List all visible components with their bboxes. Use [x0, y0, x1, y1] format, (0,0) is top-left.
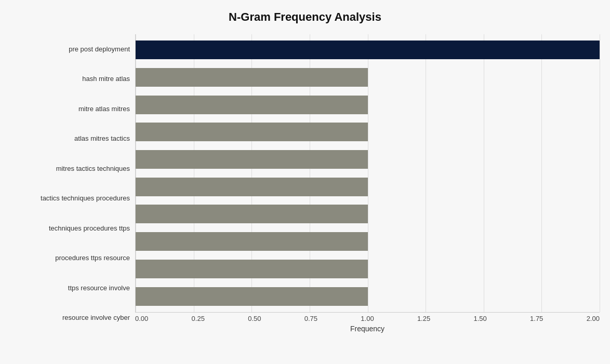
bars-and-x-axis: 0.000.250.500.751.001.251.501.752.00 Fre… [135, 34, 600, 333]
bar [136, 41, 600, 59]
chart-area: pre post deploymenthash mitre atlasmitre… [10, 34, 600, 333]
y-label: hash mitre atlas [10, 72, 130, 86]
y-label: pre post deployment [10, 42, 130, 57]
x-tick-label: 2.00 [587, 315, 600, 322]
bar-rows [136, 34, 600, 312]
bar-row [136, 38, 600, 61]
x-ticks: 0.000.250.500.751.001.251.501.752.00 [135, 315, 600, 322]
x-tick-label: 0.00 [135, 315, 148, 322]
chart-title: N-Gram Frequency Analysis [229, 10, 381, 24]
y-label: mitres tactics techniques [10, 161, 130, 176]
x-tick-label: 0.50 [248, 315, 261, 322]
bar [136, 232, 368, 251]
bar-row [136, 120, 600, 143]
grid-line [600, 34, 600, 312]
y-label: procedures ttps resource [10, 251, 130, 265]
y-label: atlas mitres tactics [10, 131, 130, 146]
bar-row [136, 148, 600, 171]
x-tick-label: 0.75 [304, 315, 317, 322]
x-tick-label: 1.75 [530, 315, 543, 322]
bar [136, 123, 368, 141]
bar [136, 150, 368, 169]
bar-row [136, 258, 600, 280]
x-tick-label: 0.25 [192, 315, 205, 322]
y-label: mitre atlas mitres [10, 102, 130, 116]
bars-wrapper [135, 34, 600, 313]
y-label: resource involve cyber [10, 311, 130, 325]
bar-row [136, 66, 600, 89]
x-axis-label: Frequency [135, 325, 600, 333]
bar-row [136, 203, 600, 225]
x-tick-label: 1.00 [361, 315, 374, 322]
bar [136, 178, 368, 196]
y-label: ttps resource involve [10, 281, 130, 295]
x-axis: 0.000.250.500.751.001.251.501.752.00 Fre… [135, 315, 600, 333]
bar-row [136, 230, 600, 253]
x-tick-label: 1.50 [473, 315, 486, 322]
bar-row [136, 176, 600, 198]
bar [136, 96, 368, 114]
bar-row [136, 93, 600, 116]
chart-container: N-Gram Frequency Analysis pre post deplo… [0, 0, 610, 364]
bar-row [136, 285, 600, 308]
bar [136, 287, 368, 306]
bar [136, 260, 368, 278]
y-axis-labels: pre post deploymenthash mitre atlasmitre… [10, 34, 135, 333]
bar [136, 205, 368, 223]
bar [136, 68, 368, 87]
y-label: techniques procedures ttps [10, 221, 130, 236]
x-tick-label: 1.25 [417, 315, 430, 322]
y-label: tactics techniques procedures [10, 191, 130, 206]
